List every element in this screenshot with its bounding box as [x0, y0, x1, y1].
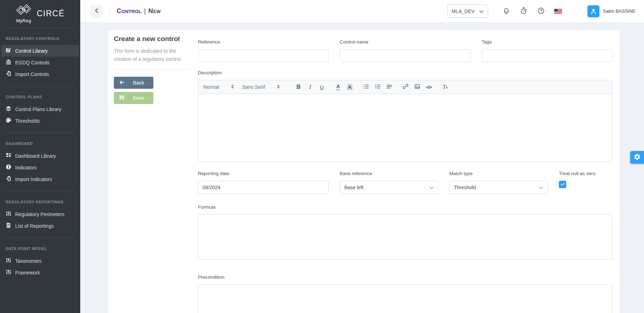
ordered-list-button[interactable]	[360, 82, 372, 92]
sidebar-item-thresholds[interactable]: Thresholds	[1, 115, 79, 127]
gear-icon	[633, 153, 641, 162]
columns-icon	[6, 269, 11, 276]
paragraph-format-value: Normal	[203, 84, 219, 90]
stopwatch-icon	[520, 7, 528, 16]
sidebar-divider	[6, 238, 75, 238]
description-input[interactable]	[198, 94, 612, 161]
content: Create a new control This form is dedica…	[80, 23, 644, 313]
user-menu[interactable]: Salim BASSINE	[580, 5, 636, 17]
sidebar-item-list-of-reportings[interactable]: List of Reportings	[1, 220, 79, 232]
question-circle-icon	[537, 7, 545, 16]
image-icon	[414, 83, 420, 91]
precondition-input[interactable]	[198, 284, 613, 313]
sidebar-item-indicators[interactable]: Indicators	[1, 162, 79, 173]
indicator-icon	[6, 164, 11, 171]
sidebar-item-egdq-controls[interactable]: EGDQ Controls	[1, 57, 79, 68]
sidebar-item-regulatory-perimeters[interactable]: Regulatory Perimeters	[1, 208, 79, 220]
sidebar-item-import-controls[interactable]: Import Controls	[1, 68, 79, 80]
page-title: Create a new control	[114, 35, 191, 43]
sidebar-item-import-indicators[interactable]: Import Indicators	[1, 173, 79, 185]
app-root: MyReg CIRCÉ REGULATORY CONTROLS Control …	[0, 0, 644, 313]
chevron-left-icon	[93, 7, 100, 15]
help-button[interactable]	[537, 7, 545, 16]
chevron-down-icon	[539, 185, 543, 190]
diamonds-logo-icon	[16, 4, 32, 17]
import-icon	[6, 176, 11, 182]
form-row-parameters: Reporting date Base reference Base left …	[198, 171, 613, 194]
sidebar: MyReg CIRCÉ REGULATORY CONTROLS Control …	[0, 0, 80, 313]
control-name-label: Control name	[340, 39, 470, 45]
save-button[interactable]: Save	[114, 92, 153, 104]
section-label-dashboard: DASHBOARD	[6, 141, 75, 146]
reporting-date-input[interactable]	[198, 181, 329, 194]
control-name-input[interactable]	[340, 49, 470, 62]
timer-button[interactable]	[520, 7, 528, 16]
section-label-control-plans: CONTROL PLANS	[6, 95, 75, 99]
sidebar-item-control-plans-library[interactable]: Control Plans Library	[1, 103, 79, 115]
sidebar-item-label: Thresholds	[15, 118, 40, 124]
underline-button[interactable]: U	[316, 82, 328, 92]
sidebar-item-framework[interactable]: Framework	[1, 267, 79, 278]
settings-button[interactable]	[630, 151, 644, 164]
logo-mark: MyReg	[16, 4, 32, 23]
columns-icon	[6, 257, 11, 264]
paragraph-format-select[interactable]: Normal	[203, 84, 234, 90]
description-editor: Normal Sans Serif B I U	[198, 80, 613, 162]
layers-icon	[6, 106, 11, 112]
reference-input[interactable]	[198, 49, 329, 62]
image-button[interactable]	[411, 82, 423, 92]
tags-input[interactable]	[482, 49, 613, 62]
sidebar-item-dashboard-library[interactable]: Dashboard Library	[1, 150, 79, 162]
back-button[interactable]: Back	[114, 77, 153, 89]
bullet-list-icon	[375, 83, 381, 91]
section-label-data-point-model: DATA POINT MODEL	[6, 247, 75, 251]
sidebar-item-taxonomies[interactable]: Taxonomies	[1, 255, 79, 267]
field-description: Description Normal Sans Serif	[198, 70, 613, 162]
notifications-button[interactable]	[502, 7, 510, 16]
user-name: Salim BASSINE	[603, 8, 636, 14]
align-icon	[386, 83, 392, 91]
sidebar-item-label: EGDQ Controls	[15, 60, 49, 65]
background-color-button[interactable]: A	[344, 82, 356, 92]
font-select[interactable]: Sans Serif	[242, 84, 280, 90]
code-block-button[interactable]: </>	[423, 82, 435, 92]
sidebar-divider	[6, 86, 75, 86]
sidebar-item-label: Control Plans Library	[15, 106, 62, 112]
chevron-down-icon	[429, 185, 434, 190]
avatar	[587, 5, 599, 17]
chevron-down-icon	[479, 8, 484, 14]
italic-button[interactable]: I	[304, 82, 316, 92]
logo[interactable]: MyReg CIRCÉ	[0, 0, 80, 25]
back-button-label: Back	[133, 80, 144, 86]
formula-input[interactable]	[198, 214, 613, 260]
breadcrumb-primary: Control	[117, 7, 142, 15]
brand-name: CIRCÉ	[37, 9, 65, 18]
bold-button[interactable]: B	[293, 82, 304, 92]
field-reporting-date: Reporting date	[198, 171, 329, 194]
dashboard-icon	[6, 152, 11, 159]
bullet-list-button[interactable]	[372, 82, 384, 92]
save-button-label: Save	[133, 95, 144, 101]
main-column: Control|New MLA_DEV	[80, 0, 644, 313]
text-color-button[interactable]: A	[332, 82, 344, 92]
base-reference-select[interactable]: Base left	[340, 181, 438, 194]
breadcrumb-separator: |	[144, 7, 146, 15]
clear-formatting-icon-sub: x	[446, 85, 447, 89]
sidebar-item-control-library[interactable]: Control Library	[1, 45, 79, 57]
arrow-left-icon	[119, 80, 125, 86]
environment-select[interactable]: MLA_DEV	[447, 5, 488, 18]
reporting-date-label: Reporting date	[198, 171, 329, 176]
match-type-select[interactable]: Threshold	[449, 181, 548, 194]
header-back-button[interactable]	[90, 5, 103, 18]
underline-icon: U	[320, 84, 324, 90]
sidebar-item-label: List of Reportings	[15, 223, 54, 229]
link-button[interactable]	[400, 82, 411, 92]
form-area: Reference Control name Tags	[191, 30, 620, 313]
bold-icon: B	[297, 84, 301, 90]
align-button[interactable]	[384, 82, 395, 92]
sidebar-divider	[6, 191, 75, 191]
treat-null-as-zero-checkbox[interactable]	[559, 181, 566, 188]
report-icon	[6, 222, 11, 229]
us-flag-icon[interactable]	[554, 9, 562, 14]
clear-formatting-button[interactable]: Tx	[439, 82, 451, 92]
